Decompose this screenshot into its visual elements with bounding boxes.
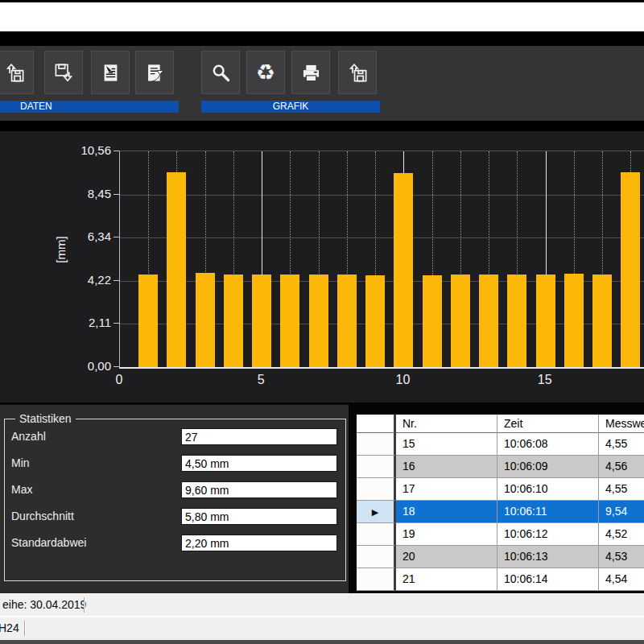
cell-zeit[interactable]: 10:06:09 <box>497 456 599 478</box>
chart-bar <box>621 172 640 367</box>
statistics-groupbox: Statistiken AnzahlMinMaxDurchschnittStan… <box>4 419 346 581</box>
table-row[interactable]: ▶1810:06:119,54 <box>357 501 644 523</box>
table-row[interactable]: 2110:06:144,54 <box>357 568 644 591</box>
chart-bar <box>451 275 470 367</box>
cell-messwert[interactable]: 4,55 <box>599 478 644 501</box>
toolbar-group-grafik: ♻ GRAFIK <box>201 46 380 121</box>
export-document-icon <box>144 62 166 84</box>
cell-zeit[interactable]: 10:06:13 <box>497 546 599 568</box>
row-header-cell[interactable] <box>357 546 396 568</box>
cell-messwert[interactable]: 9,54 <box>599 501 644 523</box>
cell-zeit[interactable]: 10:06:14 <box>497 568 599 591</box>
chart-bar <box>507 275 526 367</box>
table-row[interactable]: 1610:06:094,56 <box>357 456 644 478</box>
cell-nr[interactable]: 20 <box>396 546 497 568</box>
chart-bar <box>536 275 555 367</box>
chart-bar <box>592 275 612 367</box>
y-axis-tick-label: 6,34 <box>48 229 111 244</box>
chart-bar <box>280 275 299 367</box>
y-axis-tick-label: 0,00 <box>48 359 111 374</box>
row-header-cell[interactable] <box>357 478 396 501</box>
stat-value-durchschnitt[interactable] <box>181 508 337 525</box>
save-data-button[interactable] <box>44 51 83 94</box>
stat-value-anzahl[interactable] <box>181 428 337 445</box>
measurement-table[interactable]: Nr.ZeitMesswert 1510:06:084,551610:06:09… <box>357 415 644 592</box>
chart-bar <box>564 274 584 367</box>
export-data-button[interactable] <box>135 51 174 94</box>
column-header-rowselector <box>357 415 396 433</box>
print-graphic-button[interactable] <box>291 51 330 94</box>
column-header-nr[interactable]: Nr. <box>396 415 497 433</box>
chart-bar <box>167 172 186 367</box>
table-row[interactable]: 2010:06:134,53 <box>357 546 644 568</box>
window-bottom-edge <box>0 640 644 644</box>
cell-messwert[interactable]: 4,55 <box>599 433 644 456</box>
toolbar: DATEN ♻ GRAFIK <box>0 46 644 121</box>
x-axis-tick-label: 10 <box>385 373 420 387</box>
x-axis-tick-label: 0 <box>101 373 137 387</box>
cell-nr[interactable]: 17 <box>396 478 497 501</box>
cell-messwert[interactable]: 4,53 <box>599 546 644 568</box>
cell-nr[interactable]: 15 <box>396 433 497 456</box>
save-graphic-button[interactable] <box>338 51 377 94</box>
status-separator <box>84 597 85 613</box>
statistics-groupbox-title: Statistiken <box>15 412 76 426</box>
y-axis-tick-mark <box>114 366 119 367</box>
y-axis-tick-label: 2,11 <box>48 316 111 330</box>
measurement-bar-chart: [mm] 0,002,114,226,348,4510,56051015 <box>0 131 644 402</box>
table-header-row: Nr.ZeitMesswert <box>357 415 644 433</box>
chart-bar <box>365 275 385 367</box>
cell-nr[interactable]: 19 <box>396 523 497 546</box>
stat-value-min[interactable] <box>181 455 337 472</box>
table-row[interactable]: 1510:06:084,55 <box>357 433 644 456</box>
row-header-cell[interactable] <box>357 523 396 546</box>
zoom-graphic-button[interactable] <box>201 51 240 94</box>
delete-data-button[interactable] <box>91 51 130 94</box>
cell-zeit[interactable]: 10:06:12 <box>497 523 599 546</box>
cell-zeit[interactable]: 10:06:10 <box>497 478 599 501</box>
row-header-cell[interactable] <box>357 456 396 478</box>
stat-label-durchschnitt: Durchschnitt <box>11 508 172 525</box>
stat-value-standardabwei[interactable] <box>181 535 337 551</box>
y-axis-tick-mark <box>114 237 119 237</box>
chart-bar <box>394 173 413 367</box>
chart-bar <box>138 275 158 367</box>
stat-label-standardabwei: Standardabwei <box>11 535 172 551</box>
row-header-cell[interactable]: ▶ <box>357 501 396 523</box>
cell-nr[interactable]: 16 <box>396 456 497 478</box>
cell-nr[interactable]: 21 <box>396 568 497 591</box>
cell-zeit[interactable]: 10:06:11 <box>497 501 599 523</box>
status-bar-2: H24 <box>0 617 644 640</box>
toolbar-group-daten: DATEN <box>0 46 179 121</box>
zoom-magnifier-icon <box>210 62 232 84</box>
chart-bar <box>309 275 328 367</box>
stat-label-min: Min <box>11 455 172 472</box>
y-axis-tick-mark <box>114 280 119 281</box>
chart-bar <box>337 275 357 367</box>
cell-nr[interactable]: 18 <box>396 501 497 523</box>
y-axis-tick-label: 4,22 <box>48 273 111 287</box>
cell-messwert[interactable]: 4,54 <box>599 568 644 591</box>
x-axis-tick-label: 5 <box>243 373 279 387</box>
stat-label-anzahl: Anzahl <box>11 428 172 445</box>
stat-value-max[interactable] <box>181 481 337 498</box>
toolbar-group-label-bar: GRAFIK <box>201 101 380 113</box>
chart-plot-area <box>119 151 644 369</box>
load-data-button[interactable] <box>0 51 34 94</box>
y-axis-tick-label: 8,45 <box>48 187 111 201</box>
statistics-panel: Statistiken AnzahlMinMaxDurchschnittStan… <box>0 405 349 593</box>
refresh-graphic-button[interactable]: ♻ <box>246 51 285 94</box>
chart-bar <box>423 275 442 367</box>
gridline-horizontal <box>120 237 644 238</box>
table-row[interactable]: 1910:06:124,52 <box>357 523 644 546</box>
cell-messwert[interactable]: 4,52 <box>599 523 644 546</box>
row-header-cell[interactable] <box>357 433 396 456</box>
row-header-cell[interactable] <box>357 568 396 591</box>
cell-zeit[interactable]: 10:06:08 <box>497 433 599 456</box>
column-header-zeit[interactable]: Zeit <box>497 415 599 433</box>
gridline-horizontal <box>120 195 644 196</box>
cell-messwert[interactable]: 4,56 <box>599 456 644 478</box>
table-row[interactable]: 1710:06:104,55 <box>357 478 644 501</box>
chart-bar <box>479 275 498 367</box>
column-header-messwert[interactable]: Messwert <box>599 415 644 433</box>
